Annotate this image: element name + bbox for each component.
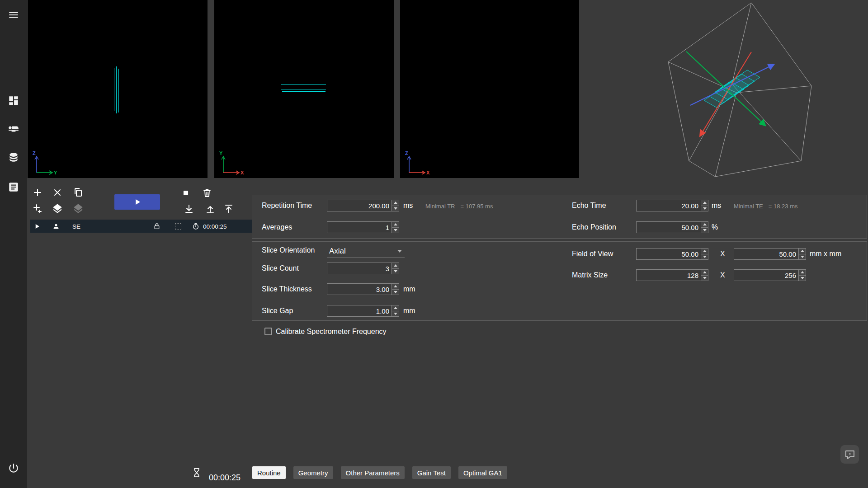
matrix-size-y-input[interactable] <box>734 269 798 281</box>
selection-box-icon[interactable] <box>175 223 181 230</box>
calibrate-frequency-checkbox[interactable] <box>264 328 272 335</box>
remove-button[interactable] <box>51 186 64 199</box>
sidebar-item-database[interactable] <box>5 149 22 165</box>
chat-icon <box>844 449 855 460</box>
download-button[interactable] <box>182 202 196 216</box>
slice-thickness-field <box>327 283 399 295</box>
run-button[interactable] <box>114 194 160 210</box>
power-button[interactable] <box>5 460 22 476</box>
layers-button[interactable] <box>51 202 64 216</box>
slice-thickness-input[interactable] <box>327 283 392 295</box>
duplicate-button[interactable] <box>71 186 85 199</box>
chat-button[interactable] <box>840 445 859 464</box>
slice-line <box>116 66 117 113</box>
tab-routine[interactable]: Routine <box>252 466 286 479</box>
spin-down-button[interactable] <box>701 275 708 281</box>
spin-down-icon <box>703 207 707 210</box>
slice-gap-field <box>327 305 399 317</box>
spin-down-button[interactable] <box>392 289 399 295</box>
person-icon[interactable] <box>52 223 60 230</box>
echo-time-input[interactable] <box>636 200 701 211</box>
spin-down-button[interactable] <box>392 206 399 211</box>
field-of-view-x-input[interactable] <box>636 248 701 260</box>
sequence-row[interactable]: SE 00:00:25 <box>30 220 252 233</box>
spin-down-button[interactable] <box>701 227 708 233</box>
spin-up-button[interactable] <box>392 305 399 311</box>
slice-orientation-select[interactable]: Axial <box>327 244 405 258</box>
spin-down-icon <box>703 277 707 279</box>
spin-up-button[interactable] <box>701 249 708 254</box>
delete-button[interactable] <box>200 186 214 200</box>
add-button[interactable] <box>31 186 44 199</box>
tab-gain-test[interactable]: Gain Test <box>412 466 451 479</box>
minimal-te-hint-label: Minimal TE <box>734 203 763 210</box>
menu-button[interactable] <box>5 7 22 23</box>
spin-up-icon <box>801 250 804 252</box>
article-icon <box>8 181 19 193</box>
plus-icon <box>32 187 43 198</box>
spin-up-icon <box>394 202 397 204</box>
publish-icon <box>223 203 234 214</box>
spin-up-button[interactable] <box>392 222 399 227</box>
tab-other-parameters[interactable]: Other Parameters <box>341 466 405 479</box>
field-of-view-label: Field of View <box>572 250 613 258</box>
spin-down-button[interactable] <box>392 311 399 317</box>
spin-down-button[interactable] <box>701 254 708 260</box>
minimal-tr-hint: Minimal TR= 107.95 ms <box>425 203 493 210</box>
sidebar-item-protocols[interactable] <box>5 179 22 195</box>
spin-up-button[interactable] <box>701 200 708 206</box>
spin-down-button[interactable] <box>799 275 806 281</box>
tab-optimal-ga1[interactable]: Optimal GA1 <box>458 466 507 479</box>
field-of-view-y-input[interactable] <box>734 248 798 260</box>
spin-up-button[interactable] <box>392 263 399 268</box>
viewport-zx[interactable]: Z X <box>400 0 579 178</box>
axis-label-x: X <box>241 170 244 175</box>
tab-geometry[interactable]: Geometry <box>293 466 333 479</box>
repetition-time-input[interactable] <box>327 200 392 211</box>
add-child-button[interactable] <box>31 202 44 216</box>
sequence-play-icon[interactable] <box>34 223 41 230</box>
echo-position-input[interactable] <box>636 221 701 233</box>
horizontal-axis-arrow <box>223 171 239 174</box>
viewport-zy[interactable]: Z Y <box>28 0 208 178</box>
spin-down-button[interactable] <box>799 254 806 260</box>
download-icon <box>184 203 194 214</box>
matrix-size-label: Matrix Size <box>572 271 608 279</box>
axis-indicator: Z Y <box>30 150 59 176</box>
spin-up-button[interactable] <box>799 249 806 254</box>
upload-button[interactable] <box>203 202 217 216</box>
geometry-params-panel: Slice Orientation Axial Slice Count Slic… <box>252 241 867 321</box>
dashboard-icon <box>8 95 19 107</box>
layers-alt-button[interactable] <box>71 202 85 216</box>
power-icon <box>8 462 19 474</box>
viewport-yx[interactable]: Y X <box>214 0 394 178</box>
spin-up-button[interactable] <box>799 270 806 275</box>
echo-time-label: Echo Time <box>572 202 606 210</box>
export-top-button[interactable] <box>222 202 236 216</box>
timer-icon <box>192 223 199 230</box>
sidebar-item-dashboard[interactable] <box>5 93 22 109</box>
field-of-view-x-spinner <box>701 248 708 260</box>
spin-up-button[interactable] <box>701 222 708 227</box>
slice-count-input[interactable] <box>327 263 392 274</box>
spin-down-button[interactable] <box>701 206 708 211</box>
hourglass-icon <box>192 467 202 478</box>
echo-position-spinner <box>701 221 708 233</box>
spin-down-button[interactable] <box>392 268 399 274</box>
3d-geometry-view[interactable] <box>579 0 868 190</box>
lock-icon[interactable] <box>153 223 160 230</box>
spin-up-button[interactable] <box>392 200 399 206</box>
spin-up-button[interactable] <box>701 270 708 275</box>
stop-button[interactable] <box>179 186 193 200</box>
spin-down-button[interactable] <box>392 227 399 233</box>
slice-gap-input[interactable] <box>327 305 392 317</box>
echo-position-unit: % <box>712 223 718 231</box>
spin-up-button[interactable] <box>392 284 399 289</box>
spin-down-icon <box>394 313 397 315</box>
averages-input[interactable] <box>327 221 392 233</box>
close-icon <box>52 187 63 198</box>
sidebar-item-scanner[interactable] <box>5 121 22 137</box>
spin-up-icon <box>394 264 397 267</box>
matrix-size-x-input[interactable] <box>636 269 701 281</box>
echo-position-field <box>636 221 708 233</box>
